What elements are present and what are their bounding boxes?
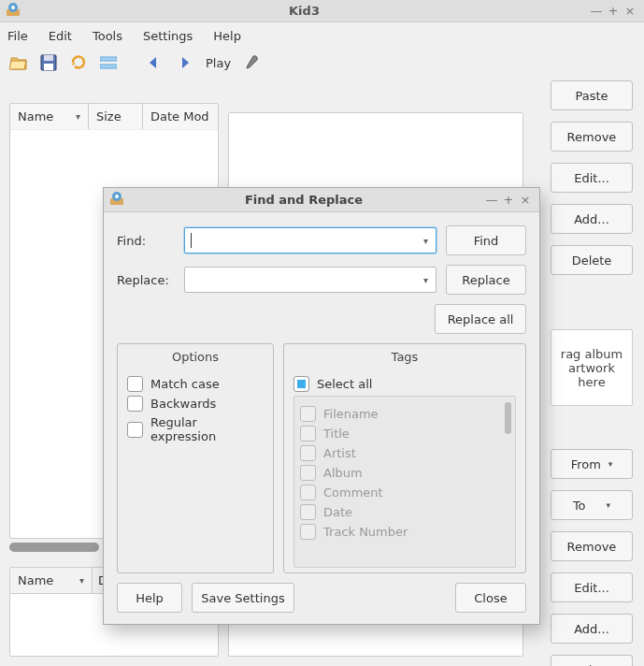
revert-icon[interactable] (69, 53, 88, 72)
tag-item-title[interactable]: Title (300, 426, 509, 442)
replace-button[interactable]: Replace (446, 265, 526, 295)
configure-icon[interactable] (242, 53, 261, 72)
dialog-title: Find and Replace (124, 193, 483, 207)
menu-tools[interactable]: Tools (93, 29, 122, 43)
option-backwards[interactable]: Backwards (127, 396, 264, 412)
svg-point-10 (115, 195, 119, 198)
chevron-down-icon[interactable]: ▾ (423, 275, 428, 285)
window-title: Kid3 (21, 4, 588, 18)
checkbox[interactable] (300, 406, 316, 422)
file-header-size[interactable]: Size (89, 104, 143, 129)
help-button[interactable]: Help (117, 583, 182, 613)
track-header-name[interactable]: Name▾ (10, 568, 93, 593)
options-legend: Options (118, 350, 273, 364)
svg-rect-5 (44, 64, 53, 70)
tag-item-date[interactable]: Date (300, 504, 509, 520)
remove-button-2[interactable]: Remove (551, 531, 633, 561)
save-icon[interactable] (39, 53, 58, 72)
tags-group: Tags Select all Filename Title Artist Al… (283, 343, 526, 573)
to-dropdown[interactable]: To▾ (551, 490, 633, 520)
window-close[interactable]: × (622, 4, 638, 18)
dialog-minimize[interactable]: — (483, 193, 500, 207)
save-settings-button[interactable]: Save Settings (192, 583, 294, 613)
svg-rect-6 (100, 57, 117, 61)
hscroll-thumb[interactable] (9, 543, 99, 552)
checkbox[interactable] (300, 426, 316, 442)
tag-item-artist[interactable]: Artist (300, 445, 509, 461)
text-caret (191, 233, 192, 248)
paste-button[interactable]: Paste (551, 80, 633, 110)
folder-tree-icon[interactable] (99, 53, 118, 72)
window-minimize[interactable]: — (588, 4, 605, 18)
select-all-check[interactable]: Select all (293, 376, 516, 392)
from-dropdown[interactable]: From▾ (551, 449, 633, 479)
replace-label: Replace: (117, 273, 175, 287)
menu-help[interactable]: Help (213, 29, 241, 43)
checkbox[interactable] (127, 422, 143, 438)
find-input[interactable]: ▾ (184, 227, 436, 253)
option-match-case[interactable]: Match case (127, 376, 264, 392)
dialog-footer: Help Save Settings Close (104, 583, 539, 624)
dialog-titlebar: Find and Replace — + × (104, 188, 539, 212)
option-regex[interactable]: Regular expression (127, 415, 264, 443)
prev-icon[interactable] (146, 53, 165, 72)
find-replace-dialog: Find and Replace — + × Find: ▾ Find Repl… (103, 187, 540, 625)
svg-rect-7 (100, 65, 117, 68)
chevron-down-icon: ▾ (79, 575, 84, 586)
window-maximize[interactable]: + (605, 4, 622, 18)
menubar: File Edit Tools Settings Help (0, 22, 644, 49)
right-button-column: Paste Remove Edit... Add... Delete rag a… (551, 80, 633, 666)
remove-button[interactable]: Remove (551, 122, 633, 152)
checkbox[interactable] (300, 524, 316, 540)
checkbox[interactable] (300, 485, 316, 500)
edit-button-2[interactable]: Edit... (551, 572, 633, 602)
next-icon[interactable] (176, 53, 194, 72)
tag-item-album[interactable]: Album (300, 465, 509, 481)
delete-button[interactable]: Delete (551, 245, 633, 275)
dialog-close[interactable]: × (517, 193, 534, 207)
artwork-hint: rag album artwork here (561, 347, 623, 389)
tag-item-filename[interactable]: Filename (300, 406, 509, 422)
checkbox[interactable] (293, 376, 309, 392)
chevron-down-icon: ▾ (608, 459, 613, 469)
svg-rect-4 (44, 55, 53, 61)
replace-all-button[interactable]: Replace all (435, 304, 526, 334)
svg-point-2 (11, 6, 15, 9)
app-icon (6, 2, 21, 20)
open-icon[interactable] (9, 53, 28, 72)
dialog-app-icon (109, 191, 124, 209)
chevron-down-icon: ▾ (607, 500, 611, 510)
checkbox[interactable] (127, 376, 143, 392)
scrollbar-thumb[interactable] (505, 402, 511, 434)
tag-item-tracknumber[interactable]: Track Number (300, 524, 509, 540)
checkbox[interactable] (127, 396, 143, 412)
tag-item-comment[interactable]: Comment (300, 485, 509, 500)
delete-button-2[interactable]: Delete (551, 655, 633, 666)
dialog-maximize[interactable]: + (500, 193, 517, 207)
chevron-down-icon: ▾ (76, 111, 80, 122)
checkbox[interactable] (300, 504, 316, 520)
tag-list[interactable]: Filename Title Artist Album Comment Date… (293, 396, 516, 568)
options-group: Options Match case Backwards Regular exp… (117, 343, 274, 573)
play-button[interactable]: Play (206, 56, 231, 70)
replace-input[interactable]: ▾ (184, 267, 436, 293)
chevron-down-icon[interactable]: ▾ (423, 236, 428, 246)
menu-file[interactable]: File (7, 29, 28, 43)
checkbox[interactable] (300, 465, 316, 481)
file-headers: Name▾ Size Date Mod (10, 104, 218, 130)
close-button[interactable]: Close (455, 583, 526, 613)
find-label: Find: (117, 234, 175, 248)
add-button[interactable]: Add... (551, 204, 633, 234)
artwork-dropzone[interactable]: rag album artwork here (551, 329, 633, 406)
menu-settings[interactable]: Settings (143, 29, 193, 43)
add-button-2[interactable]: Add... (551, 614, 633, 644)
content-area: Name▾ Size Date Mod Name▾ D Paste Remove… (0, 77, 644, 666)
edit-button[interactable]: Edit... (551, 163, 633, 193)
main-titlebar: Kid3 — + × (0, 0, 644, 22)
file-header-name[interactable]: Name▾ (10, 104, 89, 129)
dialog-body: Find: ▾ Find Replace: ▾ Replace Replace … (104, 212, 539, 583)
checkbox[interactable] (300, 445, 316, 461)
menu-edit[interactable]: Edit (49, 29, 72, 43)
file-header-date[interactable]: Date Mod (143, 104, 218, 129)
find-button[interactable]: Find (446, 225, 526, 255)
